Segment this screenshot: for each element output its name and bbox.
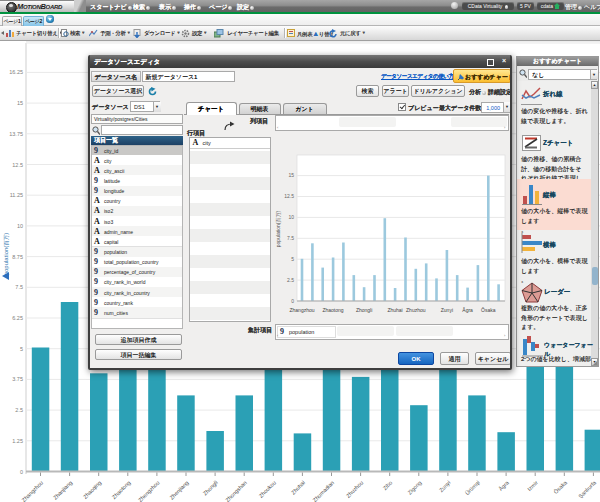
svg-text:Zibo: Zibo [382, 479, 394, 491]
svg-text:2.5: 2.5 [287, 277, 294, 283]
svg-text:Zhanjiang: Zhanjiang [52, 479, 73, 500]
svg-text:10: 10 [288, 214, 294, 220]
svg-text:16.25: 16.25 [9, 69, 23, 75]
svg-text:Zunyi: Zunyi [438, 479, 452, 493]
svg-text:15: 15 [17, 100, 23, 106]
svg-text:12.5: 12.5 [284, 193, 294, 199]
svg-text:Ürümqi: Ürümqi [464, 479, 481, 496]
svg-text:Ōsaka: Ōsaka [553, 479, 569, 495]
svg-text:Zhaotong: Zhaotong [111, 479, 132, 500]
svg-text:Āgra: Āgra [497, 479, 510, 492]
svg-text:10: 10 [17, 223, 23, 229]
svg-text:Izmir: Izmir [526, 479, 539, 492]
svg-text:0: 0 [291, 298, 294, 304]
svg-text:3.75: 3.75 [12, 376, 23, 382]
svg-text:Zhongli: Zhongli [202, 479, 219, 496]
svg-text:population(百万): population(百万) [275, 210, 282, 247]
svg-text:12.5: 12.5 [12, 162, 23, 168]
svg-text:5: 5 [291, 256, 294, 262]
svg-text:Zhumadian: Zhumadian [311, 479, 335, 502]
svg-text:population(百万): population(百万) [3, 233, 10, 276]
svg-text:Zhangzhou: Zhangzhou [20, 479, 44, 502]
svg-text:Zhongli: Zhongli [356, 307, 372, 313]
svg-text:Zigong: Zigong [406, 479, 422, 495]
svg-text:Āgra: Āgra [462, 307, 473, 313]
svg-text:Zhengzhou: Zhengzhou [137, 479, 161, 502]
svg-text:0: 0 [20, 469, 23, 475]
svg-text:7.5: 7.5 [15, 284, 23, 290]
svg-text:Zhangzhou: Zhangzhou [289, 307, 314, 313]
svg-text:2.5: 2.5 [15, 407, 23, 413]
svg-text:Zhenjiang: Zhenjiang [168, 479, 189, 500]
svg-text:Zhoukou: Zhoukou [258, 479, 277, 498]
svg-text:11.25: 11.25 [10, 192, 23, 198]
svg-text:13.75: 13.75 [9, 131, 23, 137]
svg-text:Şanlıurfa: Şanlıurfa [577, 479, 597, 499]
svg-text:Zhongshan: Zhongshan [224, 479, 248, 502]
svg-text:Zhuzhou: Zhuzhou [406, 307, 426, 313]
svg-text:Zhuhai: Zhuhai [290, 479, 306, 495]
svg-text:Zunyi: Zunyi [441, 307, 453, 313]
svg-text:Zhaoqing: Zhaoqing [82, 479, 102, 499]
svg-text:Zhaotong: Zhaotong [322, 307, 343, 313]
svg-text:5: 5 [20, 346, 23, 352]
svg-text:8.75: 8.75 [12, 254, 23, 260]
svg-text:Ōsaka: Ōsaka [481, 307, 496, 313]
svg-text:Zhuzhou: Zhuzhou [345, 479, 364, 498]
svg-text:1.25: 1.25 [12, 438, 23, 444]
svg-text:15: 15 [288, 172, 294, 178]
svg-text:7.5: 7.5 [287, 235, 294, 241]
svg-text:Zhuhai: Zhuhai [387, 307, 402, 313]
svg-text:6.25: 6.25 [12, 315, 23, 321]
